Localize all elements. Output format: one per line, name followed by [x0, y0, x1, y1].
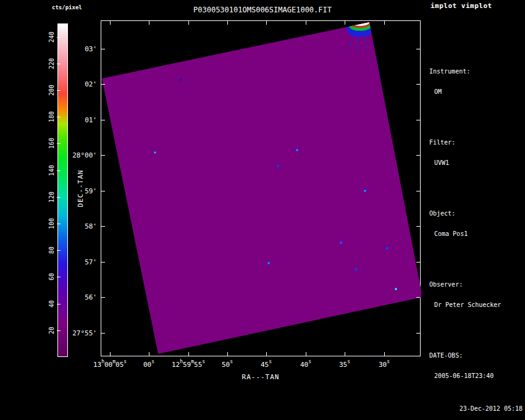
app-title: implot vimplot	[430, 2, 492, 10]
colorbar-tick	[57, 250, 61, 251]
sky-image	[101, 21, 421, 357]
y-axis-tick	[416, 120, 420, 120]
y-axis-tick	[416, 297, 420, 298]
y-tick-label: 28°00'	[72, 151, 97, 159]
colorbar-tick-label: 160	[48, 138, 55, 149]
meta-value: UVW1	[429, 159, 508, 166]
y-axis-tick	[101, 191, 105, 191]
y-tick-label: 02'	[85, 80, 97, 88]
x-axis-title: RA---TAN	[242, 373, 280, 381]
x-axis-tick	[384, 352, 385, 356]
y-tick-label: 58'	[85, 222, 97, 230]
y-axis-tick	[101, 49, 105, 49]
colorbar-tick-label: 140	[48, 165, 55, 176]
meta-label: DATE-OBS:	[429, 352, 508, 359]
colorbar-tick-label: 240	[48, 32, 55, 43]
metadata-panel: Instrument: OM Filter: UVW1 Object: Coma…	[429, 41, 508, 420]
colorbar-tick-label: 40	[48, 300, 55, 308]
x-tick-label: 30s	[379, 361, 390, 369]
point-source	[395, 288, 398, 291]
y-axis-tick	[101, 297, 105, 298]
colorbar-tick-label: 20	[48, 327, 55, 334]
colorbar-unit-label: cts/pixel	[52, 4, 82, 10]
colorbar-tick-label: 100	[48, 218, 55, 229]
meta-instrument: Instrument: OM	[429, 54, 508, 109]
colorbar-tick-label: 180	[48, 111, 55, 122]
x-axis-tick	[188, 352, 189, 356]
colorbar: 20406080100120140160180200220240	[57, 23, 68, 357]
x-axis-tick	[149, 21, 149, 25]
y-axis-tick	[416, 191, 420, 191]
colorbar-tick	[57, 224, 61, 224]
x-axis-tick	[345, 352, 345, 356]
x-axis-tick	[384, 21, 385, 25]
meta-object: Object: Coma Pos1	[429, 196, 508, 251]
meta-date-obs: DATE-OBS: 2005-06-18T23:40	[429, 338, 508, 393]
colorbar-tick	[57, 117, 61, 117]
y-tick-label: 59'	[85, 187, 97, 195]
x-axis-tick	[188, 21, 189, 25]
colorbar-tick	[57, 304, 61, 304]
point-source	[267, 262, 271, 265]
x-axis-tick	[306, 21, 306, 25]
implot-window: P0300530101OMS006SIMAGE1000.FIT implot v…	[0, 0, 525, 420]
y-axis-tick	[416, 49, 420, 49]
colorbar-tick	[57, 90, 61, 91]
meta-value: OM	[429, 88, 508, 95]
point-source	[154, 151, 157, 154]
y-axis-tick	[416, 226, 420, 227]
x-tick-label: 00s	[143, 361, 154, 369]
colorbar-tick	[57, 64, 61, 64]
meta-label: Observer:	[429, 281, 508, 288]
x-axis-tick	[266, 352, 267, 356]
plot-area[interactable]: RA---TAN DEC--TAN 13h00m05s00s12h59m55s5…	[101, 20, 421, 356]
y-axis-tick	[101, 262, 105, 262]
x-axis-tick	[227, 352, 228, 356]
colorbar-tick-label: 80	[48, 246, 55, 254]
x-axis-tick	[266, 21, 267, 25]
colorbar-tick	[57, 143, 61, 144]
meta-filter: Filter: UVW1	[429, 125, 508, 180]
x-axis-tick	[306, 352, 306, 356]
meta-value: Coma Pos1	[429, 230, 508, 237]
colorbar-tick	[57, 277, 61, 277]
y-axis-tick	[101, 226, 105, 227]
colorbar-tick-label: 60	[48, 273, 55, 280]
y-axis-tick	[416, 333, 420, 334]
x-tick-label: 40s	[300, 361, 311, 369]
colorbar-tick-label: 120	[48, 191, 55, 203]
colorbar-tick	[57, 170, 61, 171]
x-axis-tick	[110, 352, 111, 356]
y-axis-title: DEC--TAN	[77, 170, 85, 208]
meta-value: 2005-06-18T23:40	[429, 372, 508, 379]
image-field	[102, 22, 421, 354]
colorbar-tick-label: 220	[48, 58, 55, 69]
x-tick-label: 45s	[261, 361, 272, 369]
meta-label: Object:	[429, 210, 508, 217]
point-source	[180, 78, 183, 82]
point-source	[277, 165, 280, 168]
meta-value: Dr Peter Schuecker	[429, 301, 508, 308]
y-tick-label: 03'	[85, 45, 97, 53]
x-tick-label: 12h59m55s	[172, 361, 205, 369]
y-axis-tick	[416, 84, 420, 85]
y-tick-label: 57'	[85, 258, 97, 266]
y-axis-tick	[101, 155, 105, 156]
point-source	[386, 247, 389, 250]
meta-label: Instrument:	[429, 68, 508, 75]
colorbar-tick	[57, 330, 61, 331]
x-tick-label: 50s	[222, 361, 233, 369]
y-axis-tick	[416, 155, 420, 156]
y-tick-label: 27°55'	[72, 329, 97, 337]
x-tick-label: 35s	[339, 361, 350, 369]
colorbar-tick	[57, 197, 61, 198]
y-axis-tick	[101, 84, 105, 85]
colorbar-bar	[57, 23, 68, 357]
y-axis-tick	[416, 262, 420, 262]
x-axis-tick	[149, 352, 149, 356]
colorbar-tick	[57, 37, 61, 38]
y-tick-label: 56'	[85, 293, 97, 301]
x-tick-label: 13h00m05s	[93, 361, 127, 369]
y-tick-label: 01'	[85, 116, 97, 124]
point-source	[364, 190, 367, 193]
